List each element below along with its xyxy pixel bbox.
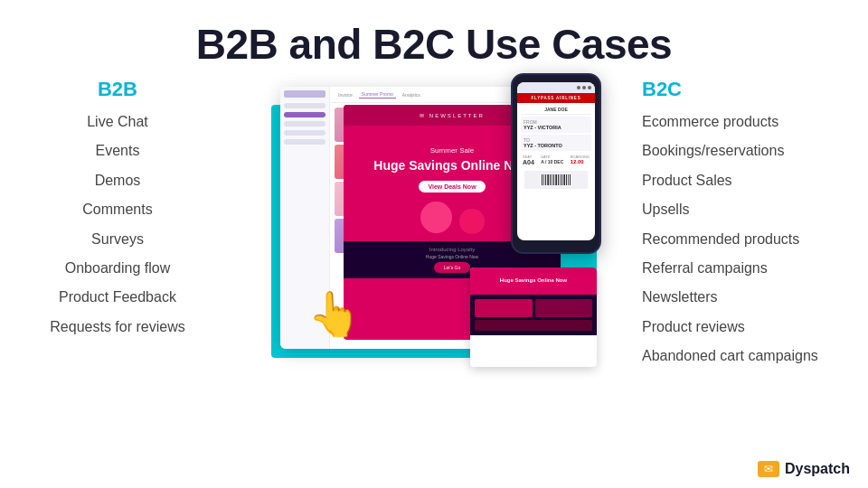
seat-value: A04 <box>523 159 534 165</box>
tab-3: Analytics <box>400 91 423 99</box>
b2b-item-onboarding: Onboarding flow <box>27 258 208 278</box>
boarding-content: JANE DOE FROM YYZ - VICTORIA TO YYZ - TO… <box>517 103 595 192</box>
boarding-header: FLYPASS AIRLINES <box>517 93 595 103</box>
b2c-item-abandoned: Abandoned cart campaigns <box>642 346 841 366</box>
to-value: YYZ - TORONTO <box>524 143 589 148</box>
barcode-line-5 <box>548 174 549 185</box>
signal-icon <box>577 86 580 89</box>
b2c-item-ecommerce: Ecommerce products <box>642 112 841 132</box>
class-value: A / 10 DEC <box>541 159 563 164</box>
b2c-column: B2C Ecommerce products Bookings/reservat… <box>642 78 841 376</box>
seat-info: SEAT A04 <box>523 155 534 165</box>
sidebar-line-2 <box>284 121 326 127</box>
envelope-icon: ✉ <box>764 463 773 475</box>
b2b-column: B2B Live Chat Events Demos Comments Surv… <box>27 78 208 346</box>
barcode-line-18 <box>570 174 571 185</box>
barcode-line-8 <box>553 174 554 185</box>
small-preview-header: Huge Savings Online Now <box>470 267 597 295</box>
barcode-line-15 <box>564 174 565 185</box>
phone-mockup: FLYPASS AIRLINES JANE DOE FROM YYZ - VIC… <box>511 73 601 254</box>
flight-from: FROM YYZ - VICTORIA <box>521 117 591 133</box>
barcode-line-7 <box>552 174 552 185</box>
barcode-line-17 <box>568 174 569 185</box>
passenger-name: JANE DOE <box>521 107 591 115</box>
status-bar <box>517 82 595 93</box>
dyspatch-wordmark: Dyspatch <box>785 461 850 477</box>
b2b-item-surveys: Surveys <box>27 230 208 249</box>
barcode-line-9 <box>555 174 556 185</box>
b2b-heading: B2B <box>27 78 208 101</box>
small-preview-body <box>470 295 597 335</box>
airline-label: FLYPASS AIRLINES <box>521 96 591 100</box>
dyspatch-logo: ✉ Dyspatch <box>758 461 850 477</box>
barcode-line-14 <box>563 174 564 185</box>
flight-to: TO YYZ - TORONTO <box>521 135 591 151</box>
barcode <box>524 171 588 189</box>
center-illustration: Invoice Summer Promo Analytics <box>235 78 615 385</box>
b2b-item-demos: Demos <box>27 171 208 191</box>
barcode-line-11 <box>558 174 559 185</box>
b2c-item-upsells: Upsells <box>642 200 841 220</box>
hand-cursor-icon: 👆 <box>307 289 362 340</box>
sidebar-line-3 <box>284 130 326 136</box>
barcode-line-16 <box>566 174 567 185</box>
barcode-line-4 <box>547 174 548 185</box>
b2b-item-livechat: Live Chat <box>27 112 208 132</box>
barcode-line-3 <box>545 174 546 185</box>
flight-details: SEAT A04 DATE A / 10 DEC BOARDING 12.00 <box>521 153 591 167</box>
airline-name-header: ✉ NEWSLETTER <box>420 113 485 118</box>
tab-1: Invoice <box>335 91 355 99</box>
sidebar-line <box>284 103 326 108</box>
barcode-line-6 <box>550 174 551 185</box>
tab-2: Summer Promo <box>359 90 396 99</box>
b2c-item-recommended: Recommended products <box>642 230 841 249</box>
b2b-item-reviews: Requests for reviews <box>27 317 208 337</box>
small-preview-mockup: Huge Savings Online Now <box>470 267 597 367</box>
class-info: DATE A / 10 DEC <box>541 155 563 165</box>
b2c-item-bookings: Bookings/reservations <box>642 141 841 161</box>
barcode-line-1 <box>542 174 542 185</box>
small-header-text: Huge Savings Online Now <box>500 277 567 285</box>
b2c-item-newsletters: Newsletters <box>642 287 841 307</box>
dyspatch-icon: ✉ <box>758 461 779 477</box>
b2b-item-feedback: Product Feedback <box>27 287 208 307</box>
barcode-line-12 <box>560 174 561 185</box>
b2b-item-comments: Comments <box>27 200 208 220</box>
wifi-icon <box>582 86 586 89</box>
b2c-item-sales: Product Sales <box>642 171 841 191</box>
price-info: BOARDING 12.00 <box>571 155 590 165</box>
page-title: B2B and B2C Use Cases <box>0 0 868 69</box>
sidebar-line-active <box>284 112 326 117</box>
phone-screen: FLYPASS AIRLINES JANE DOE FROM YYZ - VIC… <box>517 82 595 240</box>
sidebar-line-4 <box>284 139 326 145</box>
battery-icon <box>588 86 591 89</box>
view-deals-button: View Deals Now <box>419 181 485 192</box>
barcode-line-13 <box>561 174 562 185</box>
barcode-line-10 <box>556 174 557 185</box>
b2b-item-events: Events <box>27 141 208 161</box>
barcode-line-2 <box>543 174 544 185</box>
b2c-item-referral: Referral campaigns <box>642 258 841 278</box>
b2c-item-product-reviews: Product reviews <box>642 317 841 337</box>
from-value: YYZ - VICTORIA <box>524 125 589 130</box>
price-value: 12.00 <box>571 159 590 164</box>
b2c-heading: B2C <box>642 78 841 101</box>
